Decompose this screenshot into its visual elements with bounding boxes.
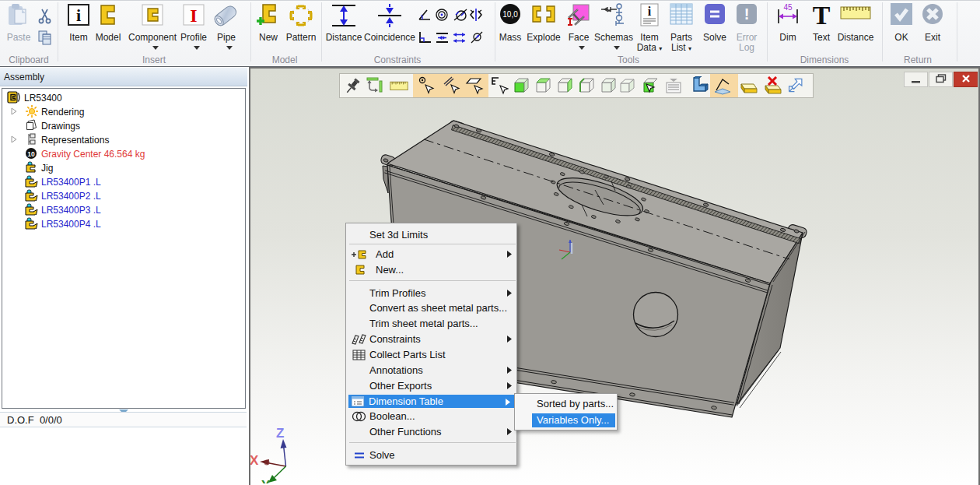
- svg-text:I: I: [190, 5, 197, 26]
- svg-text:Y: Y: [261, 478, 271, 483]
- svg-text:45: 45: [783, 3, 793, 12]
- svg-text:10: 10: [27, 150, 35, 158]
- svg-text:X: X: [250, 453, 259, 468]
- svg-text:Z: Z: [276, 426, 284, 441]
- svg-text:i: i: [648, 5, 652, 18]
- svg-text:!: !: [744, 5, 750, 23]
- svg-text:T: T: [813, 3, 831, 26]
- svg-text:10,0: 10,0: [502, 10, 518, 19]
- svg-text:i: i: [76, 5, 81, 25]
